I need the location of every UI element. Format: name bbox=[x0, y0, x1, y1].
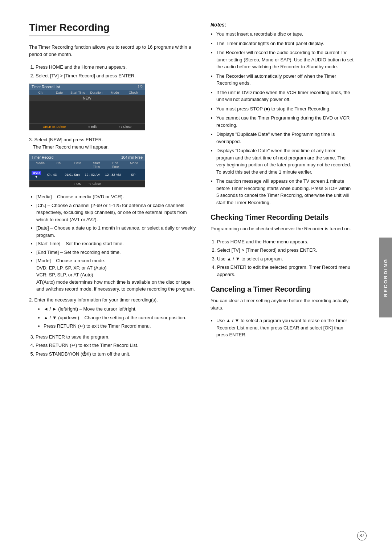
note-8: Displays "Duplicate Date" when the Progr… bbox=[216, 131, 354, 145]
tr-col-start: StartTime bbox=[87, 161, 106, 169]
note-10: The caution message will appears on the … bbox=[216, 178, 354, 206]
final-steps: Press ENTER to save the program. Press R… bbox=[29, 333, 196, 358]
tr-free-time: 104 min Free bbox=[121, 155, 143, 159]
screen-empty-rows bbox=[29, 101, 145, 123]
notes-list: You must insert a recordable disc or tap… bbox=[211, 31, 354, 206]
sub-bullet-list: ◄ / ► (left/right) – Move the cursor lef… bbox=[36, 305, 196, 330]
tr-footer: ○ OK ↑↓ Close bbox=[29, 180, 145, 187]
bullet-date: [Date] – Choose a date up to 1 month in … bbox=[36, 224, 196, 239]
final-step-4: Press RETURN (↩) to exit the Timer Recor… bbox=[36, 342, 196, 349]
screen-header-row: Ch. Date Start Time Duration Mode Check bbox=[29, 90, 145, 95]
checking-intro: Programming can be checked whenever the … bbox=[211, 225, 354, 232]
bullet-mode: [Mode] – Choose a record mode. DVD: EP, … bbox=[36, 257, 196, 293]
page-title: Timer Recording bbox=[29, 22, 110, 36]
tr-col-end: EndTime bbox=[106, 161, 125, 169]
tr-end-time: 12 : 32 AM bbox=[103, 173, 123, 177]
sub-bullet-return: Press RETURN (↩) to exit the Timer Recor… bbox=[44, 323, 196, 330]
final-step-3: Press ENTER to save the program. bbox=[36, 333, 196, 341]
tr-col-ch: Ch. bbox=[50, 161, 69, 169]
tr-start-time: 12 : 02 AM bbox=[82, 173, 103, 177]
tr-col-mode: Mode bbox=[124, 161, 143, 169]
note-2: The Timer indicator lights on the front … bbox=[216, 40, 354, 47]
footer-delete: DELETE Delete bbox=[43, 125, 66, 129]
sub-bullet-ud: ▲ / ▼ (up/down) – Change the setting at … bbox=[44, 314, 196, 321]
note-7: You cannot use the Timer Programming dur… bbox=[216, 114, 354, 129]
final-step-5: Press STANDBY/ON (⏻/I) to turn off the u… bbox=[36, 351, 196, 358]
tr-data-row: DVD ▼ Ch. 43 01/01 Sun 12 : 02 AM 12 : 3… bbox=[29, 169, 145, 180]
tr-ok-btn: ○ OK bbox=[73, 182, 81, 186]
note-4: The Recorder will automatically power of… bbox=[216, 73, 354, 87]
tr-date: 01/01 Sun bbox=[62, 173, 82, 177]
cancel-bullet-1: Use ▲ / ▼ to select a program you want t… bbox=[216, 317, 354, 339]
main-steps: Press HOME and the Home menu appears. Se… bbox=[29, 64, 196, 79]
note-5: If the unit is DVD mode when the VCR tim… bbox=[216, 89, 354, 103]
side-tab: RECORDING bbox=[379, 238, 392, 317]
footer-close: ↑↓ Close bbox=[119, 125, 132, 129]
tr-col-media: Media bbox=[31, 161, 50, 169]
tr-title: Timer Record bbox=[32, 155, 53, 159]
intro-text: The Timer Recording function allows you … bbox=[29, 44, 196, 58]
check-step-3: Use ▲ / ▼ to select a program. bbox=[217, 255, 354, 263]
right-column: Notes: You must insert a recordable disc… bbox=[211, 22, 354, 533]
canceling-title: Canceling a Timer Recording bbox=[211, 285, 354, 293]
content-area: Timer Recording The Timer Recording func… bbox=[0, 0, 379, 555]
sub-bullet-lr: ◄ / ► (left/right) – Move the cursor lef… bbox=[44, 305, 196, 313]
bullet-end-time: [End Time] – Set the recording end time. bbox=[36, 249, 196, 256]
checking-steps: Press HOME and the Home menu appears. Se… bbox=[211, 238, 354, 278]
dvd-badge: DVD bbox=[32, 171, 41, 175]
notes-title: Notes: bbox=[211, 22, 354, 28]
check-step-4: Press ENTER to edit the selected program… bbox=[217, 264, 354, 278]
screen-title: Timer Record List bbox=[32, 85, 60, 89]
footer-edit: ○ Edit bbox=[88, 125, 97, 129]
tr-mode: SP bbox=[123, 173, 143, 177]
left-column: Timer Recording The Timer Recording func… bbox=[29, 22, 196, 533]
step-1: Press HOME and the Home menu appears. bbox=[36, 64, 196, 71]
timer-record-menu-screen: Timer Record 104 min Free Media Ch. Date… bbox=[29, 154, 145, 187]
note-1: You must insert a recordable disc or tap… bbox=[216, 31, 354, 38]
check-step-1: Press HOME and the Home menu appears. bbox=[217, 238, 354, 246]
canceling-intro: You can clear a timer setting anytime be… bbox=[211, 297, 354, 311]
col-check: Check bbox=[124, 91, 143, 94]
step-3: 3. Select [NEW] and press ENTER. The Tim… bbox=[29, 136, 196, 150]
tr-header: Media Ch. Date StartTime EndTime Mode bbox=[29, 161, 145, 169]
tr-col-date: Date bbox=[68, 161, 87, 169]
note-3: The Recorder will record the audio accor… bbox=[216, 49, 354, 70]
screen-titlebar: Timer Record List 1/2 bbox=[29, 84, 145, 90]
note-9: Displays "Duplicate Date" when the end t… bbox=[216, 147, 354, 175]
tr-channel: Ch. 43 bbox=[42, 173, 62, 177]
step-2b-text: 2. Enter the necessary information for y… bbox=[29, 297, 158, 303]
step-3-number: 3. Select [NEW] and press ENTER. The Tim… bbox=[29, 137, 109, 150]
checking-title: Checking Timer Recording Details bbox=[211, 213, 354, 222]
col-start: Start Time bbox=[69, 91, 87, 94]
step-2: Select [TV] > [Timer Record] and press E… bbox=[36, 72, 196, 80]
screen-new-row: NEW bbox=[29, 95, 145, 101]
side-tab-label: RECORDING bbox=[383, 258, 388, 297]
check-step-2: Select [TV] > [Timer Record] and press E… bbox=[217, 247, 354, 254]
col-mode: Mode bbox=[106, 91, 124, 94]
col-duration: Duration bbox=[87, 91, 106, 94]
page-container: RECORDING Timer Recording The Timer Reco… bbox=[0, 0, 392, 555]
tr-close-btn: ↑↓ Close bbox=[88, 182, 101, 186]
step-2b: 2. Enter the necessary information for y… bbox=[29, 296, 196, 304]
note-6: You must press STOP (■) to stop the Time… bbox=[216, 105, 354, 113]
bullet-start-time: [Start Time] – Set the recording start t… bbox=[36, 240, 196, 247]
tr-media: DVD ▼ bbox=[31, 171, 42, 179]
arrow-down: ▼ bbox=[35, 175, 38, 179]
timer-record-list-screen: Timer Record List 1/2 Ch. Date Start Tim… bbox=[29, 84, 145, 130]
bullet-ch: [Ch.] – Choose a channel (2-69 or 1-125 … bbox=[36, 202, 196, 223]
col-date: Date bbox=[50, 91, 69, 94]
tr-titlebar: Timer Record 104 min Free bbox=[29, 154, 145, 161]
page-number: 37 bbox=[357, 531, 367, 540]
feature-bullet-list: [Media] – Choose a media (DVD or VCR). [… bbox=[29, 193, 196, 293]
col-ch: Ch. bbox=[32, 91, 50, 94]
canceling-bullets: Use ▲ / ▼ to select a program you want t… bbox=[211, 317, 354, 339]
screen-footer: DELETE Delete ○ Edit ↑↓ Close bbox=[29, 123, 145, 130]
bullet-media: [Media] – Choose a media (DVD or VCR). bbox=[36, 193, 196, 200]
screen-counter: 1/2 bbox=[138, 85, 143, 89]
